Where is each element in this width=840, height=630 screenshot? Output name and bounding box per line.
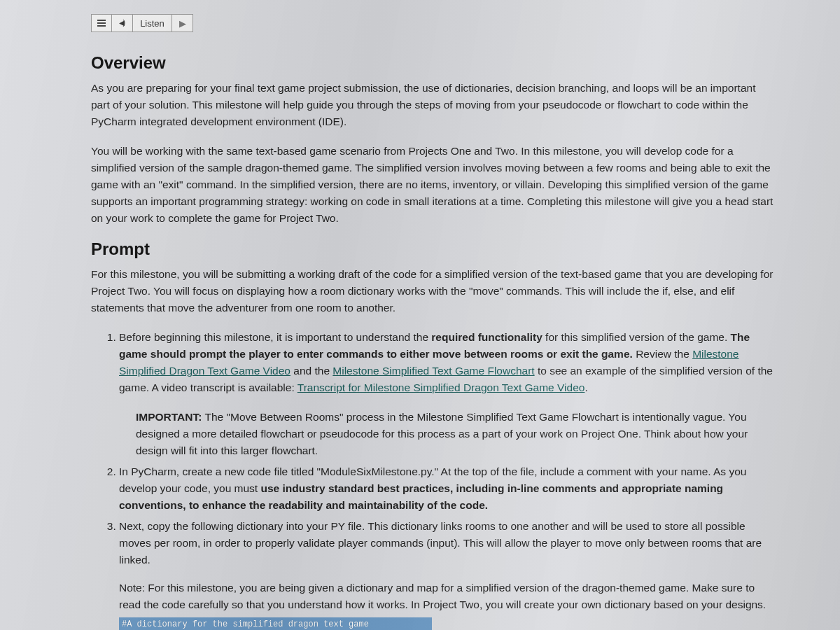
important-text: The "Move Between Rooms" process in the … <box>136 411 748 456</box>
prompt-heading: Prompt <box>91 239 777 259</box>
play-button[interactable]: ▶ <box>172 14 193 32</box>
step1-bold-1: required functionality <box>431 331 542 343</box>
link-transcript[interactable]: Transcript for Milestone Simplified Drag… <box>298 382 585 393</box>
speaker-button[interactable] <box>112 14 133 32</box>
listen-button[interactable]: Listen <box>133 14 172 32</box>
step-1: Before beginning this milestone, it is i… <box>119 329 777 459</box>
step1-text-f: . <box>584 382 587 393</box>
speaker-icon <box>118 18 127 28</box>
step1-text-d: and the <box>290 365 332 377</box>
important-block: IMPORTANT: The "Move Between Rooms" proc… <box>136 409 777 459</box>
menu-button[interactable] <box>91 14 112 32</box>
step1-text-a: Before beginning this milestone, it is i… <box>119 331 431 343</box>
important-label: IMPORTANT: <box>136 411 202 423</box>
play-icon: ▶ <box>179 18 186 29</box>
step-3: Next, copy the following dictionary into… <box>119 518 777 568</box>
hamburger-icon <box>97 20 106 27</box>
code-block: #A dictionary for the simplified dragon … <box>119 617 432 630</box>
step1-text-b: for this simplified version of the game. <box>542 331 731 343</box>
document-frame: Listen ▶ Overview As you are preparing f… <box>0 0 840 630</box>
listen-label: Listen <box>140 18 164 29</box>
overview-paragraph-1: As you are preparing for your final text… <box>91 80 777 130</box>
step1-text-c: Review the <box>633 348 692 360</box>
prompt-steps: Before beginning this milestone, it is i… <box>91 329 777 568</box>
step-2: In PyCharm, create a new code file title… <box>119 463 777 514</box>
note-paragraph: Note: For this milestone, you are being … <box>119 580 777 613</box>
reader-toolbar: Listen ▶ <box>91 14 777 32</box>
overview-paragraph-2: You will be working with the same text-b… <box>91 143 777 227</box>
link-simplified-flowchart[interactable]: Milestone Simplified Text Game Flowchart <box>332 365 534 377</box>
prompt-intro: For this milestone, you will be submitti… <box>91 266 777 316</box>
overview-heading: Overview <box>91 53 777 73</box>
